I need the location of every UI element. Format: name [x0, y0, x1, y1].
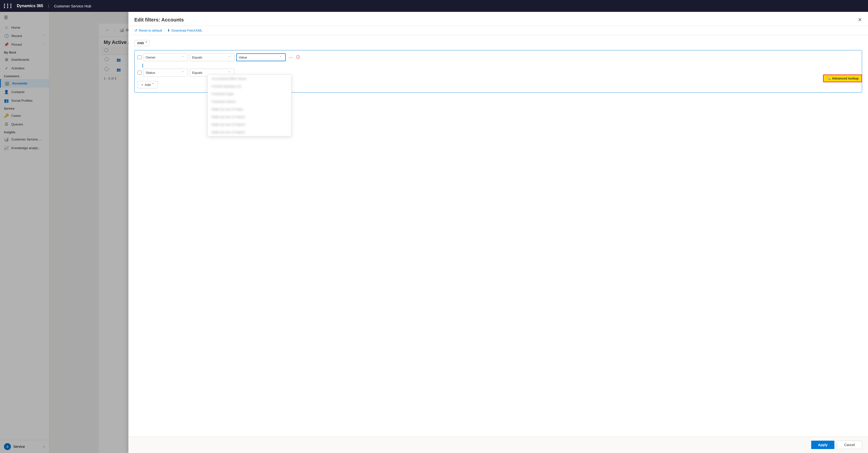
filter-field-2[interactable]: Status ˅ — [144, 69, 188, 76]
advanced-lookup-label: Advanced lookup — [832, 76, 859, 80]
dropdown-item-4[interactable]: fiddle but see of Sales — [208, 105, 291, 113]
top-bar-divider: | — [48, 4, 49, 8]
filter-more-button-1[interactable]: ⋯ — [288, 55, 294, 60]
dialog-header: Edit filters: Accounts ✕ — [128, 12, 868, 26]
add-chevron: ˅ — [152, 83, 154, 87]
dropdown-item-6[interactable]: fiddle but see of Sales3 — [208, 121, 291, 128]
filter-value-1[interactable]: Value ˅ — [236, 53, 286, 61]
filter-operator-1-chevron: ˅ — [229, 56, 230, 59]
edit-filters-dialog: Edit filters: Accounts ✕ ↺ Reset to defa… — [128, 12, 868, 453]
dropdown-item-0[interactable]: Accountized BRio Name — [208, 75, 291, 83]
filter-operator-2-chevron: ˅ — [229, 71, 230, 74]
download-fetchxml-button[interactable]: ⬇ Download FetchXML — [167, 28, 203, 32]
app-grid-icon[interactable] — [4, 4, 13, 8]
advanced-lookup-icon: 🔍 — [827, 76, 831, 80]
reset-icon: ↺ — [134, 28, 137, 32]
filter-row-2-checkbox[interactable] — [137, 71, 142, 74]
reset-to-default-button[interactable]: ↺ Reset to default — [134, 28, 162, 32]
filter-row-1: Owner ˅ Equals ˅ Value ˅ ⋯ ⓘ — [137, 53, 859, 61]
dialog-title: Edit filters: Accounts — [134, 17, 184, 23]
value-dropdown-list[interactable]: Accountized BRio Name Frankie Madrique (… — [208, 74, 291, 136]
dialog-close-button[interactable]: ✕ — [858, 17, 862, 23]
dropdown-item-1[interactable]: Frankie Madrique (s) — [208, 83, 291, 90]
dropdown-item-7[interactable]: fiddle but see of Sales4 — [208, 128, 291, 136]
dropdown-item-2[interactable]: Frankholt Sales — [208, 90, 291, 98]
filter-operator-1-value: Equals — [192, 56, 202, 59]
download-icon: ⬇ — [167, 28, 170, 32]
module-name: Customer Service Hub — [54, 4, 91, 8]
filter-operator-2-value: Equals — [192, 71, 202, 74]
filter-field-1-value: Owner — [146, 56, 156, 59]
filter-field-1-chevron: ˅ — [182, 56, 184, 59]
advanced-lookup-button[interactable]: 🔍 Advanced lookup — [823, 74, 862, 82]
filter-value-1-chevron: ˅ — [280, 56, 281, 59]
add-icon: + — [141, 83, 143, 87]
filter-row-1-checkbox[interactable] — [137, 55, 142, 59]
dropdown-item-3[interactable]: Frankholt Sales2 — [208, 98, 291, 105]
download-label: Download FetchXML — [172, 29, 203, 32]
filter-connector — [143, 64, 143, 68]
filter-field-2-chevron: ˅ — [182, 71, 184, 74]
dialog-body: AND ˅ Owner ˅ Equals ˅ Value ˅ ⋯ — [128, 35, 868, 436]
filter-field-2-value: Status — [146, 71, 155, 74]
top-bar: Dynamics 365 | Customer Service Hub — [0, 0, 868, 12]
filter-field-1[interactable]: Owner ˅ — [144, 53, 188, 61]
add-label: Add — [145, 83, 151, 87]
filter-operator-1[interactable]: Equals ˅ — [190, 53, 234, 61]
dialog-toolbar: ↺ Reset to default ⬇ Download FetchXML — [128, 26, 868, 35]
filter-value-1-text: Value — [239, 56, 247, 59]
and-label: AND — [137, 41, 144, 45]
apply-button[interactable]: Apply — [811, 441, 835, 449]
and-badge[interactable]: AND ˅ — [134, 40, 150, 46]
cancel-button[interactable]: Cancel — [837, 441, 862, 449]
app-name: Dynamics 365 — [17, 4, 43, 8]
dropdown-item-5[interactable]: fiddle but see of Sales2 — [208, 113, 291, 121]
add-filter-button[interactable]: + Add ˅ — [137, 81, 158, 88]
filter-error-icon-1: ⓘ — [296, 55, 300, 60]
dialog-footer: Apply Cancel — [128, 436, 868, 453]
and-chevron: ˅ — [146, 41, 147, 45]
reset-label: Reset to default — [139, 29, 162, 32]
